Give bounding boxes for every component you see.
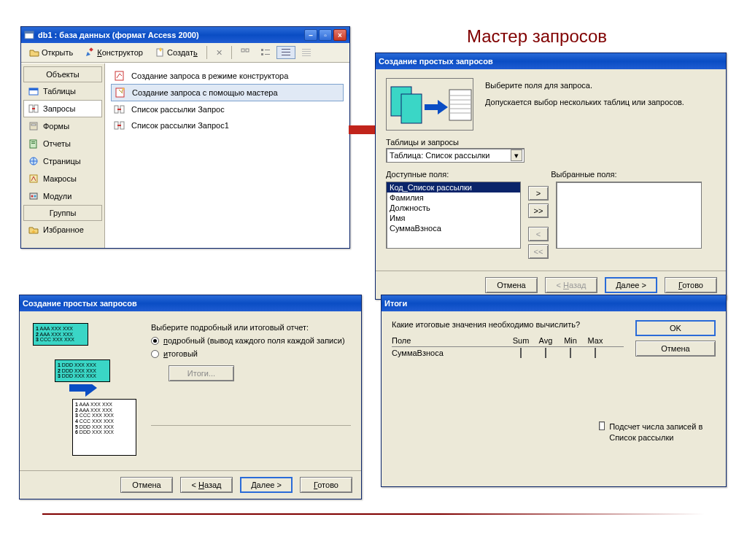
field-item[interactable]: Фамилия (387, 192, 520, 203)
simple-query-wizard-step1: Создание простых запросов Выберите поля … (375, 52, 727, 300)
view-large-icon[interactable] (236, 46, 255, 59)
svg-rect-42 (401, 94, 422, 123)
available-fields-label: Доступные поля: (386, 170, 449, 179)
simple-query-wizard-step2: Создание простых запросов 1 AAA XXX XXX2… (19, 295, 362, 499)
svg-rect-11 (282, 52, 290, 52)
svg-rect-4 (241, 49, 244, 52)
view-small-icon[interactable] (256, 46, 275, 59)
list-item[interactable]: Список рассылки Запрос (111, 101, 344, 117)
field-item[interactable]: Имя (387, 213, 520, 223)
nav-objects-header: Объекты (23, 66, 102, 82)
nav-macros-label: Макросы (43, 174, 77, 183)
svg-rect-40 (117, 125, 121, 126)
svg-rect-9 (265, 54, 270, 55)
table-combo[interactable]: Таблица: Список рассылки ▾ (386, 148, 525, 163)
remove-one-button[interactable]: < (528, 227, 549, 241)
avg-checkbox[interactable] (545, 348, 546, 358)
next-button[interactable]: Далее > (605, 277, 657, 293)
nav-modules[interactable]: Модули (23, 187, 102, 205)
create-button[interactable]: Создать (150, 45, 203, 60)
view-details-icon[interactable] (297, 46, 316, 59)
nav-reports[interactable]: Отчеты (23, 135, 102, 152)
nav-pages[interactable]: Страницы (23, 152, 102, 170)
db-list: Создание запроса в режиме конструктора С… (105, 63, 349, 248)
wiz2-prompt: Выберите подробный или итоговый отчет: (151, 323, 351, 332)
remove-all-button[interactable]: << (528, 244, 549, 259)
svg-rect-15 (302, 53, 311, 54)
cancel-button[interactable]: Отмена (485, 277, 538, 293)
svg-rect-24 (30, 140, 36, 148)
list-item-label: Список рассылки Запрос (131, 105, 225, 114)
min-checkbox[interactable] (570, 348, 571, 358)
nav-reports-label: Отчеты (43, 139, 71, 148)
db-icon (24, 30, 34, 40)
svg-rect-26 (31, 143, 35, 144)
svg-rect-21 (32, 108, 35, 109)
wizard-image-detail: 1 AAA XXX XXX2 AAA XXX XXX3 CCC XXX XXX … (30, 320, 139, 466)
nav-modules-label: Модули (43, 192, 71, 201)
add-one-button[interactable]: > (528, 186, 549, 201)
selected-fields-list[interactable] (556, 182, 702, 249)
field-item[interactable]: СуммаВзноса (387, 223, 520, 233)
db-toolbar: Открыть Конструктор Создать ✕ (21, 43, 349, 63)
sum-checkbox[interactable] (520, 348, 522, 358)
view-list-icon[interactable] (276, 46, 295, 59)
maximize-button[interactable]: ▫ (319, 29, 332, 41)
db-titlebar[interactable]: db1 : база данных (формат Access 2000) –… (21, 27, 349, 43)
back-button[interactable]: < Назад (180, 477, 233, 493)
dropdown-arrow-icon[interactable]: ▾ (511, 149, 522, 161)
radio-summary[interactable]: итоговый (151, 349, 351, 358)
nav-queries[interactable]: Запросы (23, 100, 102, 117)
nav-tables-label: Таблицы (43, 87, 76, 96)
finish-button[interactable]: Готово (665, 277, 717, 293)
col-field: Поле (392, 336, 508, 345)
db-nav: Объекты Таблицы Запросы Формы Отчеты Стр… (21, 63, 105, 248)
nav-pages-label: Страницы (43, 157, 81, 166)
finish-button[interactable]: Готово (300, 477, 352, 493)
wiz1-title: Создание простых запросов (379, 57, 493, 66)
nav-favorites-label: Избранное (43, 225, 84, 234)
count-checkbox[interactable] (599, 421, 605, 430)
back-button[interactable]: < Назад (545, 277, 597, 293)
list-item[interactable]: Список рассылки Запрос1 (111, 117, 344, 133)
field-item[interactable]: Должность (387, 203, 520, 213)
nav-macros[interactable]: Макросы (23, 170, 102, 187)
svg-rect-1 (25, 31, 34, 34)
wiz1-prompt2: Допускается выбор нескольких таблиц или … (485, 96, 716, 109)
open-label: Открыть (42, 48, 73, 57)
wiz1-titlebar[interactable]: Создание простых запросов (376, 53, 726, 69)
list-item-label: Создание запроса в режиме конструктора (131, 71, 288, 80)
nav-favorites[interactable]: Избранное (23, 221, 102, 238)
field-item[interactable]: Код_Список рассылки (387, 182, 520, 192)
add-all-button[interactable]: >> (528, 203, 549, 218)
minimize-button[interactable]: – (304, 29, 317, 41)
totals-titlebar[interactable]: Итоги (382, 295, 726, 311)
wizard-new-icon (114, 70, 125, 82)
database-window: db1 : база данных (формат Access 2000) –… (20, 26, 350, 249)
totals-header: Поле Sum Avg Min Max (392, 336, 624, 347)
count-records-row[interactable]: Подсчет числа записей в Список рассылки (599, 421, 708, 443)
svg-rect-13 (302, 49, 311, 50)
available-fields-list[interactable]: Код_Список рассылки Фамилия Должность Им… (386, 182, 521, 249)
wiz2-titlebar[interactable]: Создание простых запросов (20, 295, 361, 311)
svg-rect-2 (89, 47, 93, 52)
ok-button[interactable]: OK (635, 320, 716, 336)
open-button[interactable]: Открыть (24, 45, 78, 60)
next-button[interactable]: Далее > (240, 477, 293, 493)
cancel-button[interactable]: Отмена (635, 341, 716, 357)
totals-button[interactable]: Итоги... (169, 365, 234, 381)
design-label: Конструктор (97, 48, 143, 57)
col-sum: Sum (508, 336, 533, 345)
svg-rect-8 (265, 50, 270, 50)
design-button[interactable]: Конструктор (80, 45, 148, 60)
close-button[interactable]: × (333, 29, 347, 41)
nav-tables[interactable]: Таблицы (23, 82, 102, 100)
list-item[interactable]: Создание запроса в режиме конструктора (111, 68, 344, 84)
max-checkbox[interactable] (595, 348, 596, 358)
radio-detail[interactable]: подробный (вывод каждого поля каждой зап… (151, 336, 351, 345)
delete-button[interactable]: ✕ (211, 46, 228, 60)
list-item[interactable]: Создание запроса с помощью мастера (111, 84, 344, 101)
totals-row: СуммаВзноса (392, 347, 624, 359)
nav-forms[interactable]: Формы (23, 117, 102, 135)
cancel-button[interactable]: Отмена (120, 477, 173, 493)
